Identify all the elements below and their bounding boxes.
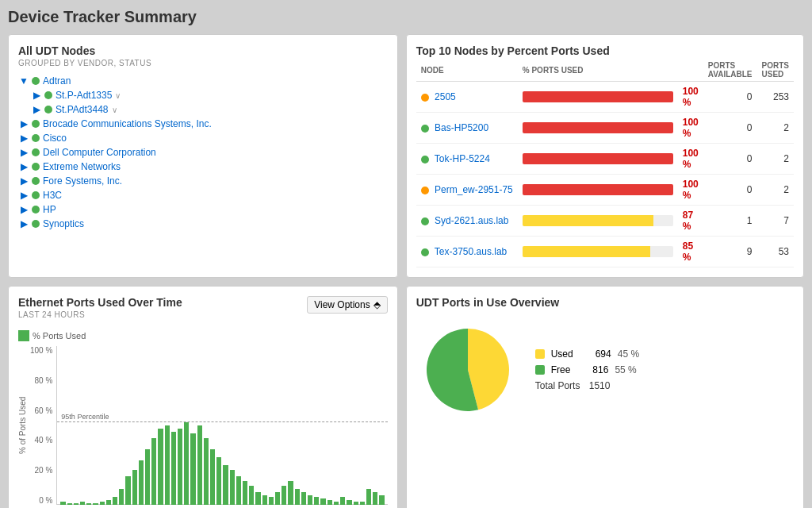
expand-icon: ▶: [18, 147, 29, 158]
chart-bar: [165, 425, 170, 505]
node-name[interactable]: 2505: [416, 82, 518, 113]
tree-node-extreme[interactable]: ▶ Extreme Networks: [18, 160, 388, 174]
tree-node-st-padt3448[interactable]: ▶ St.PAdt3448 ∨: [18, 102, 388, 117]
percentile-label: 95th Percentile: [61, 413, 109, 421]
total-value: 1510: [589, 380, 611, 391]
legend-free-pct: 55 %: [615, 364, 646, 375]
node-link[interactable]: 2505: [435, 91, 456, 102]
tree-node-synoptics[interactable]: ▶ Synoptics: [18, 217, 388, 231]
ports-used-count: 2: [757, 113, 794, 144]
chart-bar: [230, 470, 235, 505]
node-name[interactable]: Bas-HP5200: [416, 113, 518, 144]
ports-available: 0: [703, 144, 757, 175]
chart-bar: [295, 489, 300, 505]
ports-used-count: 2: [757, 175, 794, 206]
node-link[interactable]: Perm_ew-2951-75: [435, 184, 513, 195]
pct-label: 100 %: [678, 82, 703, 113]
chart-bar: [354, 502, 358, 505]
chart-bar: [223, 465, 228, 505]
y-axis: 100 % 80 % 60 % 40 % 20 % 0 %: [30, 346, 56, 505]
chart-bar: [327, 500, 332, 505]
chart-bar: [178, 429, 182, 505]
tree-label: Cisco: [43, 133, 67, 144]
chart-bar: [275, 492, 280, 505]
node-name[interactable]: Tok-HP-5224: [416, 144, 518, 175]
tree-node-adtran[interactable]: ▼ Adtran: [18, 74, 388, 88]
node-link[interactable]: Tok-HP-5224: [435, 153, 490, 164]
chart-bar: [379, 495, 384, 505]
ports-available: 9: [703, 237, 757, 267]
table-row: 2505 100 % 0 253: [416, 82, 794, 113]
expand-icon: ▶: [31, 90, 42, 101]
tree-node-cisco[interactable]: ▶ Cisco: [18, 131, 388, 145]
pie-section: Used 694 45 % Free 816 55 % Total Ports …: [416, 310, 794, 429]
tree-node-brocade[interactable]: ▶ Brocade Communications Systems, Inc.: [18, 117, 388, 131]
node-link[interactable]: Syd-2621.aus.lab: [435, 215, 508, 226]
status-dot: [44, 91, 52, 99]
pie-chart: [416, 318, 519, 421]
table-row: Tex-3750.aus.lab 85 % 9 53: [416, 237, 794, 267]
table-row: Tok-HP-5224 100 % 0 2: [416, 144, 794, 175]
node-name[interactable]: Syd-2621.aus.lab: [416, 206, 518, 237]
pie-total: Total Ports 1510: [535, 380, 649, 391]
pct-label: 100 %: [678, 175, 703, 206]
col-ports-used-count: PORTSUSED: [757, 59, 794, 82]
legend-free-value: 816: [576, 364, 608, 375]
ports-available: 0: [703, 82, 757, 113]
tree-node-fore[interactable]: ▶ Fore Systems, Inc.: [18, 174, 388, 188]
bar-cell: [518, 175, 678, 206]
bar-cell: [518, 82, 678, 113]
all-udt-nodes-subtitle: GROUPED BY VENDOR, STATUS: [18, 59, 388, 67]
chart-bar: [67, 503, 72, 505]
chart-bar: [113, 497, 117, 505]
chart-bar: [216, 457, 221, 505]
legend-used-pct: 45 %: [618, 348, 649, 360]
node-link[interactable]: Tex-3750.aus.lab: [435, 246, 507, 257]
tree-node-st-p-adt1335[interactable]: ▶ St.P-Adt1335 ∨: [18, 88, 388, 102]
chart-bar: [74, 503, 79, 505]
chart-bar: [255, 492, 260, 505]
tree-label: Extreme Networks: [43, 161, 121, 172]
status-dot: [32, 77, 40, 85]
col-pct-label: [678, 59, 703, 82]
view-options-button[interactable]: View Options ⬘: [307, 296, 387, 314]
tree-label: Fore Systems, Inc.: [43, 175, 122, 187]
chart-bar: [60, 502, 65, 505]
node-link[interactable]: Bas-HP5200: [435, 122, 488, 133]
chart-bar: [249, 486, 254, 505]
table-row: Syd-2621.aus.lab 87 % 1 7: [416, 206, 794, 237]
expand-icon: ▶: [18, 133, 29, 144]
tree-label: Synoptics: [43, 218, 84, 229]
table-row: Bas-HP5200 100 % 0 2: [416, 113, 794, 144]
expand-icon: ▶: [18, 161, 29, 172]
chart-bar: [282, 486, 286, 505]
col-node: NODE: [416, 59, 518, 82]
pie-legend-used: Used 694 45 %: [535, 348, 649, 360]
ports-used-count: 2: [757, 144, 794, 175]
tree-label: St.P-Adt1335: [56, 90, 112, 101]
ports-available: 1: [703, 206, 757, 237]
chart-bar: [184, 422, 189, 505]
pie-legend-free: Free 816 55 %: [535, 364, 649, 375]
legend-used-value: 694: [580, 348, 611, 360]
chart-bar: [360, 502, 365, 505]
node-name[interactable]: Perm_ew-2951-75: [416, 175, 518, 206]
ethernet-chart-title: Ethernet Ports Used Over Time: [18, 296, 182, 309]
legend-used-label: Used: [551, 348, 573, 360]
legend-dot-free: [535, 365, 545, 375]
tree-label: St.PAdt3448: [56, 104, 109, 115]
bar-cell: [518, 144, 678, 175]
ethernet-chart-subtitle: LAST 24 HOURS: [18, 310, 182, 319]
node-name[interactable]: Tex-3750.aus.lab: [416, 237, 518, 267]
expand-icon: ▶: [18, 175, 29, 187]
tree-node-hp[interactable]: ▶ HP: [18, 202, 388, 217]
chart-bar: [190, 433, 195, 505]
tree-node-h3c[interactable]: ▶ H3C: [18, 188, 388, 202]
chart-bar: [171, 432, 176, 505]
udt-ports-title: UDT Ports in Use Overview: [416, 296, 794, 309]
chart-bar: [288, 481, 293, 505]
pie-legend: Used 694 45 % Free 816 55 % Total Ports …: [535, 348, 649, 391]
chart-bar: [314, 497, 319, 505]
tree-node-dell[interactable]: ▶ Dell Computer Corporation: [18, 145, 388, 160]
chart-bar: [80, 502, 85, 505]
